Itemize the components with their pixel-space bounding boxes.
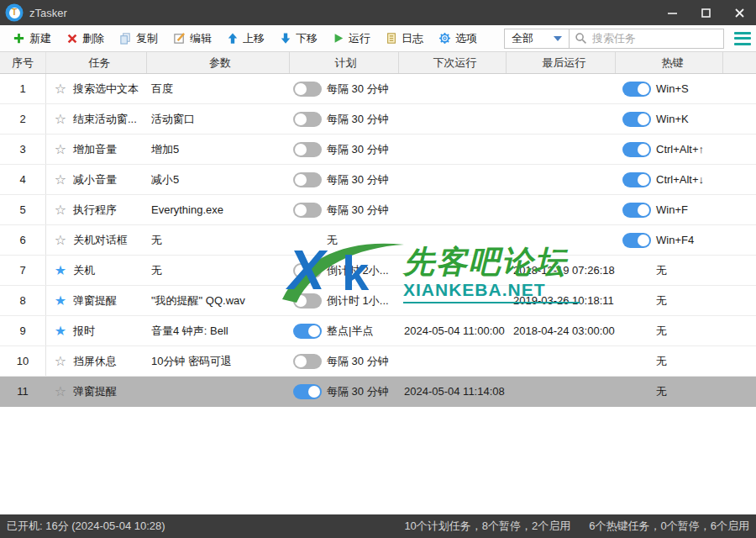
hotkey-text: 无 [656, 384, 667, 399]
close-button[interactable] [722, 0, 756, 25]
last-run: 2018-12-19 07:26:18 [507, 256, 616, 285]
star-icon[interactable]: ☆ [53, 141, 68, 157]
run-task-button[interactable]: 运行 [325, 28, 378, 50]
table-row[interactable]: 11☆弹窗提醒每隔 30 分钟2024-05-04 11:14:08无 [0, 377, 756, 407]
filter-dropdown[interactable]: 全部 [504, 29, 570, 49]
row-number: 11 [0, 377, 46, 406]
toggle-switch[interactable] [293, 82, 322, 97]
task-params: 无 [147, 256, 290, 285]
table-row[interactable]: 9★报时音量4 钟声: Bell整点|半点2024-05-04 11:00:00… [0, 316, 756, 346]
table-row[interactable]: 4☆减小音量减小5每隔 30 分钟Ctrl+Alt+↓ [0, 165, 756, 195]
minimize-button[interactable] [655, 0, 689, 25]
last-run: 2018-04-24 03:00:00 [507, 316, 616, 345]
search-input[interactable] [592, 32, 718, 45]
toggle-switch[interactable] [293, 324, 322, 339]
task-name: 弹窗提醒 [73, 384, 117, 399]
table-row[interactable]: 8★弹窗提醒"我的提醒" QQ.wav倒计时 1小...2019-03-26 1… [0, 286, 756, 316]
hotkey-text: Win+F4 [656, 234, 694, 246]
table-row[interactable]: 6☆关机对话框无无Win+F4 [0, 225, 756, 256]
star-icon[interactable]: ☆ [53, 81, 68, 97]
task-cell: ☆增加音量 [46, 134, 147, 164]
row-filler [723, 195, 756, 224]
column-header-num[interactable]: 序号 [0, 52, 46, 73]
table-row[interactable]: 2☆结束活动窗...活动窗口每隔 30 分钟Win+K [0, 104, 756, 134]
table-row[interactable]: 3☆增加音量增加5每隔 30 分钟Ctrl+Alt+↑ [0, 134, 756, 165]
star-icon[interactable]: ☆ [53, 111, 68, 127]
hotkey-cell: Ctrl+Alt+↑ [616, 134, 723, 164]
table-row[interactable]: 7★关机无倒计时 2小...2018-12-19 07:26:18无 [0, 256, 756, 286]
toggle-switch[interactable] [622, 233, 651, 248]
toggle-switch[interactable] [622, 82, 651, 97]
row-filler [723, 316, 756, 345]
last-run [507, 377, 616, 406]
table-row[interactable]: 5☆执行程序Everything.exe每隔 30 分钟Win+F [0, 195, 756, 225]
row-number: 5 [0, 195, 46, 224]
column-header-task[interactable]: 任务 [46, 52, 147, 73]
next-run [399, 104, 507, 134]
table-row[interactable]: 1☆搜索选中文本百度每隔 30 分钟Win+S [0, 74, 756, 104]
row-filler [723, 286, 756, 315]
hotkey-text: Ctrl+Alt+↑ [656, 143, 704, 156]
toggle-switch[interactable] [293, 263, 322, 278]
column-header-sched[interactable]: 计划 [290, 52, 399, 73]
toggle-switch[interactable] [293, 384, 322, 399]
status-hotkey-tasks: 6个热键任务，0个暂停，6个启用 [589, 519, 749, 534]
star-icon[interactable]: ★ [53, 323, 68, 339]
task-params [147, 377, 290, 406]
star-icon[interactable]: ☆ [53, 353, 68, 369]
last-run: 2019-03-26 10:18:11 [507, 286, 616, 315]
new-task-button[interactable]: 新建 [5, 28, 59, 50]
window-controls [655, 0, 756, 25]
copy-task-button[interactable]: 复制 [112, 28, 165, 50]
log-button[interactable]: 日志 [378, 28, 431, 50]
star-icon[interactable]: ☆ [53, 383, 68, 399]
column-header-last[interactable]: 最后运行 [507, 52, 616, 73]
toggle-switch[interactable] [293, 354, 322, 369]
schedule-text: 每隔 30 分钟 [327, 203, 389, 218]
hotkey-cell: 无 [616, 286, 723, 315]
task-name: 报时 [73, 324, 95, 339]
row-filler [723, 346, 756, 376]
star-icon[interactable]: ★ [53, 293, 68, 309]
row-number: 6 [0, 225, 46, 255]
task-name: 搜索选中文本 [73, 82, 139, 97]
star-icon[interactable]: ★ [53, 262, 68, 278]
maximize-button[interactable] [689, 0, 722, 25]
toggle-switch[interactable] [293, 112, 322, 127]
toggle-switch[interactable] [622, 112, 651, 127]
toggle-switch[interactable] [622, 172, 651, 187]
column-header-params[interactable]: 参数 [147, 52, 290, 73]
toggle-switch[interactable] [293, 142, 322, 157]
hotkey-text: Ctrl+Alt+↓ [656, 173, 704, 186]
column-header-next[interactable]: 下次运行 [399, 52, 507, 73]
toggle-switch[interactable] [622, 142, 651, 157]
task-name: 关机对话框 [73, 233, 128, 248]
options-button[interactable]: 选项 [431, 28, 485, 50]
list-view-icon[interactable] [734, 32, 751, 45]
move-up-button[interactable]: 上移 [219, 28, 272, 50]
delete-task-button[interactable]: 删除 [59, 28, 112, 50]
toggle-switch[interactable] [293, 172, 322, 187]
row-number: 10 [0, 346, 46, 376]
gear-icon [438, 32, 451, 45]
table-row[interactable]: 10☆挡屏休息10分钟 密码可退每隔 30 分钟无 [0, 346, 756, 377]
next-run [399, 225, 507, 255]
toggle-switch[interactable] [293, 293, 322, 309]
task-cell: ☆关机对话框 [46, 225, 147, 255]
task-name: 增加音量 [73, 142, 117, 157]
task-cell: ☆执行程序 [46, 195, 147, 224]
edit-task-button[interactable]: 编辑 [165, 28, 219, 50]
next-run [399, 346, 507, 376]
toolbar: 新建 删除 复制 编辑 上移 下移 运行 日志 [0, 25, 756, 52]
hotkey-cell: Win+K [616, 104, 723, 134]
move-down-button[interactable]: 下移 [272, 28, 325, 50]
task-cell: ☆减小音量 [46, 165, 147, 194]
toggle-switch[interactable] [293, 203, 322, 218]
schedule-text: 无 [327, 233, 338, 248]
star-icon[interactable]: ☆ [53, 171, 68, 187]
star-icon[interactable]: ☆ [53, 232, 68, 248]
column-header-hot[interactable]: 热键 [616, 52, 723, 73]
column-header-fill[interactable] [723, 52, 756, 73]
toggle-switch[interactable] [622, 203, 651, 218]
star-icon[interactable]: ☆ [53, 202, 68, 218]
